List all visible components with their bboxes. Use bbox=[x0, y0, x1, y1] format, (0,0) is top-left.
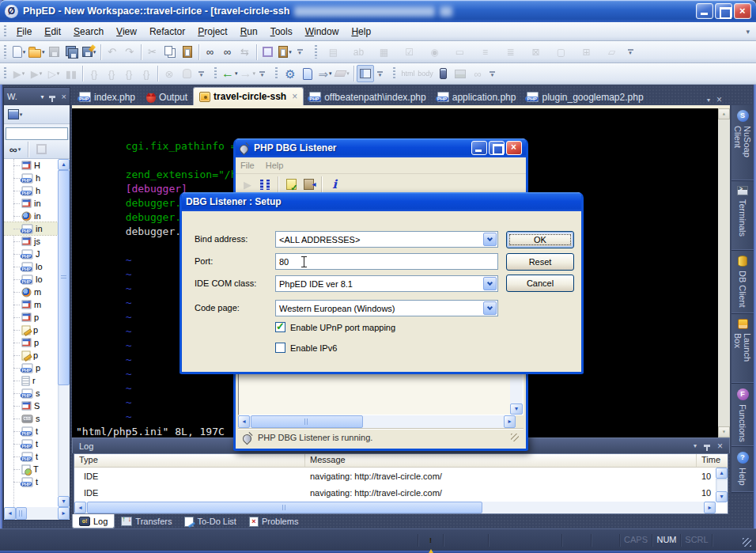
maximize-button[interactable] bbox=[489, 141, 505, 155]
panel-close-icon[interactable]: × bbox=[717, 441, 723, 452]
scroll-down-button[interactable]: ▾ bbox=[58, 496, 70, 507]
panel-close-icon[interactable]: × bbox=[62, 92, 66, 101]
right-sidebar-tab[interactable]: NuSoap Client bbox=[731, 105, 754, 181]
file-tree-item[interactable]: S bbox=[4, 400, 59, 412]
file-tree-item[interactable]: in bbox=[4, 197, 59, 210]
toolbar-grip[interactable] bbox=[4, 25, 6, 37]
file-tree-item[interactable]: t bbox=[4, 437, 59, 450]
scrollbar-thumb[interactable] bbox=[251, 415, 363, 428]
right-sidebar-tab[interactable]: Help bbox=[731, 447, 754, 493]
find-in-files-button[interactable]: ∞▾ bbox=[219, 44, 236, 61]
reset-button[interactable]: Reset bbox=[506, 253, 574, 271]
toolbar-grip[interactable] bbox=[393, 67, 395, 81]
menu-item[interactable]: Project bbox=[191, 25, 233, 39]
dropdown-arrow-icon[interactable]: ▾ bbox=[329, 70, 332, 77]
toolbar-overflow-button[interactable]: ▾ bbox=[198, 71, 204, 77]
scroll-left-button[interactable]: ◂ bbox=[74, 502, 86, 513]
toolbar-grip[interactable] bbox=[4, 67, 6, 81]
menu-item[interactable]: File bbox=[240, 161, 255, 170]
run-to-cursor-button[interactable]: {} bbox=[138, 65, 155, 82]
tree-scrollbar-vertical[interactable]: ▴ ▾ bbox=[58, 159, 70, 507]
file-tree-item[interactable]: js bbox=[4, 235, 59, 248]
toolbar-grip[interactable] bbox=[4, 45, 6, 59]
file-tree-item[interactable]: t bbox=[4, 475, 59, 488]
scroll-up-button[interactable]: ▴ bbox=[718, 108, 730, 119]
listener-scrollbar-horizontal[interactable]: ◂ ▸ bbox=[238, 415, 516, 428]
clipboard-viewer-button[interactable]: ▾ bbox=[277, 44, 294, 61]
scroll-right-button[interactable]: ▸ bbox=[58, 507, 70, 520]
window-list-button[interactable]: ▾ bbox=[259, 44, 277, 61]
dropdown-arrow-icon[interactable]: ▾ bbox=[18, 146, 21, 153]
window-titlebar[interactable]: Ø PhpED - New Workspace::travel-cirlce -… bbox=[0, 0, 756, 22]
editor-tab[interactable]: plugin_googlemap2.php bbox=[521, 89, 648, 105]
run-button[interactable]: ▶▾ bbox=[10, 65, 28, 82]
image-button[interactable] bbox=[452, 65, 469, 82]
dropdown-arrow-icon[interactable]: ▾ bbox=[22, 70, 25, 77]
step-into-button[interactable]: {} bbox=[85, 65, 103, 82]
dropdown-arrow-icon[interactable]: ▾ bbox=[57, 70, 60, 77]
menu-item[interactable]: View bbox=[110, 25, 143, 39]
find-button[interactable]: ∞▾ bbox=[202, 44, 219, 61]
file-tree-item[interactable]: J bbox=[4, 248, 59, 260]
ok-button[interactable]: OK bbox=[506, 231, 574, 248]
pause-hand-button[interactable] bbox=[178, 65, 195, 82]
menu-item[interactable]: Help bbox=[345, 25, 377, 39]
scrollbar-thumb[interactable] bbox=[87, 502, 482, 513]
form-edit-button[interactable]: ab bbox=[346, 44, 372, 61]
resize-grip[interactable] bbox=[743, 538, 751, 547]
toolbar-grip[interactable] bbox=[275, 67, 278, 81]
form-grid-button[interactable]: ▦ bbox=[372, 44, 397, 61]
dropdown-arrow-icon[interactable]: ▾ bbox=[253, 70, 256, 77]
toolbar-overflow-button[interactable]: ▾ bbox=[259, 71, 265, 77]
upnp-checkbox[interactable] bbox=[275, 322, 285, 332]
close-button[interactable]: × bbox=[506, 141, 522, 155]
toolbar-overflow-button[interactable]: ▾ bbox=[377, 71, 383, 77]
toolbar-grip[interactable] bbox=[315, 45, 317, 59]
scroll-down-button[interactable]: ▾ bbox=[716, 491, 728, 502]
copy-button[interactable]: ▾ bbox=[161, 44, 179, 61]
undo-button[interactable]: ↶▾ bbox=[104, 44, 121, 61]
open-file-button[interactable]: ▾ bbox=[28, 44, 46, 61]
file-tree-item[interactable]: h bbox=[4, 172, 59, 184]
listener-about-button[interactable]: i bbox=[326, 176, 343, 193]
file-tree-item[interactable]: r bbox=[4, 374, 59, 387]
step-over-button[interactable]: {} bbox=[103, 65, 120, 82]
menu-item[interactable]: Edit bbox=[38, 25, 67, 39]
dropdown-arrow-icon[interactable]: ▾ bbox=[235, 70, 238, 77]
menu-item[interactable]: Help bbox=[266, 161, 284, 170]
form-panel-button[interactable]: ▢ bbox=[549, 44, 574, 61]
toolbar-grip[interactable] bbox=[214, 67, 217, 81]
back-button[interactable]: ←▾ bbox=[221, 65, 239, 82]
new-document-button[interactable]: ▾ bbox=[299, 65, 316, 82]
pause-button[interactable]: ▮▮▾ bbox=[62, 65, 80, 82]
file-tree-item[interactable]: m bbox=[4, 298, 59, 311]
file-tree-item[interactable]: lo bbox=[4, 273, 59, 286]
panel-tab[interactable]: Log bbox=[72, 514, 115, 528]
scrollbar-thumb[interactable] bbox=[58, 170, 70, 385]
scroll-left-button[interactable]: ◂ bbox=[238, 415, 250, 428]
toolbar-overflow-button[interactable]: ▾ bbox=[628, 49, 633, 55]
menu-item[interactable]: Search bbox=[67, 25, 110, 39]
body-tag-button[interactable]: body bbox=[417, 65, 434, 82]
combo-dropdown-icon[interactable] bbox=[483, 277, 497, 290]
scrollbar-thumb[interactable] bbox=[16, 507, 27, 520]
form-radio-button[interactable]: ◉ bbox=[422, 44, 448, 61]
file-tree-item[interactable]: h bbox=[4, 184, 59, 197]
form-sub-button[interactable]: ⊞ bbox=[574, 44, 599, 61]
file-tree-item[interactable]: t bbox=[4, 425, 59, 437]
editor-tab[interactable]: index.php bbox=[74, 89, 141, 105]
ide-com-class-combo[interactable]: PhpED IDE ver 8.1 bbox=[275, 275, 498, 292]
resize-grip[interactable] bbox=[511, 434, 519, 441]
form-field-button[interactable]: ▭ bbox=[448, 44, 473, 61]
dialog-titlebar[interactable]: DBG Listener : Setup bbox=[182, 192, 581, 211]
panel-menu-icon[interactable]: ▾ bbox=[41, 93, 44, 100]
log-row[interactable]: IDE navigating: http://travel-circle.com… bbox=[74, 468, 728, 484]
save-all-button[interactable]: ▾ bbox=[63, 44, 81, 61]
panel-tab[interactable]: Transfers bbox=[115, 514, 178, 528]
maximize-button[interactable] bbox=[715, 3, 732, 19]
menu-overflow-chevron[interactable]: ▾ bbox=[746, 28, 750, 36]
dropdown-arrow-icon[interactable]: ▾ bbox=[289, 49, 292, 55]
settings-button[interactable]: ⚙▾ bbox=[282, 65, 299, 82]
new-file-button[interactable]: ▾ bbox=[10, 44, 28, 61]
workspace-goto-button[interactable] bbox=[32, 141, 50, 158]
